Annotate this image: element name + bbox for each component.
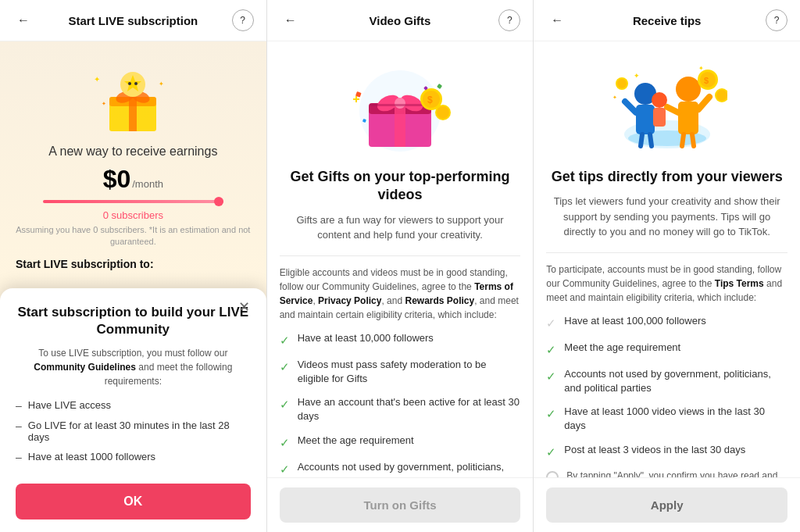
req-item-3: – Have at least 1000 followers: [16, 451, 251, 463]
svg-point-50: [716, 90, 727, 101]
svg-rect-45: [653, 108, 666, 127]
svg-rect-2: [129, 97, 137, 131]
turn-on-gifts-button[interactable]: Turn on Gifts: [280, 487, 521, 523]
check-text-p3-4: Have at least 1000 video views in the la…: [564, 405, 788, 433]
check-item-p3-circle[interactable]: By tapping "Apply", you confirm you have…: [546, 470, 788, 477]
tips-terms-link[interactable]: Tips Terms: [715, 278, 764, 289]
panel3-content: $ ✦ ✦ ✦ Get tips directly from your view…: [534, 41, 800, 532]
req-item-2: – Go LIVE for at least 30 minutes in the…: [16, 420, 251, 443]
svg-text:✦: ✦: [102, 101, 106, 106]
check-item-p3-5: ✓ Post at least 3 videos in the last 30 …: [546, 443, 788, 460]
panel2-content: $ Get Gifts on your top-performing video…: [267, 41, 534, 532]
check-icon-5: ✓: [280, 461, 290, 477]
check-item-p2-5: ✓ Accounts not used by government, polit…: [280, 460, 521, 477]
svg-line-37: [650, 134, 652, 146]
p2-divider: [280, 255, 521, 256]
p2-section-desc: Gifts are a fun way for viewers to suppo…: [280, 212, 521, 243]
back-button-p3[interactable]: ←: [546, 9, 568, 31]
svg-text:✦: ✦: [94, 75, 100, 84]
p2-criteria-intro: Eligible accounts and videos must be in …: [280, 266, 521, 322]
modal-close-button[interactable]: ✕: [235, 298, 254, 316]
p3-divider: [546, 252, 788, 253]
svg-point-18: [395, 98, 405, 109]
ok-button[interactable]: OK: [16, 484, 251, 520]
check-text-p3-2: Meet the age requirement: [564, 341, 680, 355]
price-unit: /month: [132, 178, 163, 190]
apply-button[interactable]: Apply: [546, 487, 788, 523]
check-icon-4: ✓: [280, 434, 290, 451]
panel3-header: ← Receive tips ?: [534, 0, 800, 41]
circle-text: By tapping "Apply", you confirm you have…: [566, 470, 788, 477]
svg-point-24: [437, 106, 449, 119]
svg-line-41: [667, 107, 678, 112]
panel1-header: ← Start LIVE subscription ?: [0, 0, 266, 41]
check-icon-p3-5: ✓: [546, 444, 556, 460]
svg-text:✦: ✦: [612, 95, 617, 100]
panel-receive-tips: ← Receive tips ?: [534, 0, 800, 532]
subscribers-count: 0 subscribers: [103, 209, 163, 221]
check-icon-p3-2: ✓: [546, 341, 556, 358]
p2-section-title: Get Gifts on your top-performing videos: [280, 168, 521, 205]
panel-video-gifts: ← Video Gifts ?: [267, 0, 534, 532]
check-text-p2-2: Videos must pass safety moderation to be…: [298, 358, 521, 386]
modal-title: Start subscription to build your LIVE Co…: [16, 304, 251, 338]
panel-live-subscription: ← Start LIVE subscription ? ✦: [0, 0, 267, 532]
gift-illustration: $: [338, 54, 462, 155]
req-text-2: Go LIVE for at least 30 minutes in the l…: [28, 420, 251, 443]
req-dash-2: –: [16, 420, 22, 432]
check-text-p2-1: Have at least 10,000 followers: [298, 331, 434, 345]
svg-text:✦: ✦: [698, 65, 704, 72]
community-guidelines-link[interactable]: Community Guidelines: [34, 362, 136, 373]
panel3-footer: Apply: [534, 477, 800, 532]
panel2-body: $ Get Gifts on your top-performing video…: [267, 41, 534, 477]
back-button-p2[interactable]: ←: [280, 9, 302, 31]
svg-point-52: [617, 79, 627, 88]
check-icon-3: ✓: [280, 396, 290, 412]
svg-line-43: [692, 134, 694, 146]
svg-rect-26: [437, 84, 442, 89]
svg-point-44: [652, 92, 667, 108]
start-subscription-label: Start LIVE subscription to:: [12, 258, 254, 270]
svg-text:$: $: [704, 76, 709, 85]
req-item-1: – Have LIVE access: [16, 399, 251, 412]
help-button-p2[interactable]: ?: [498, 9, 520, 31]
tips-illustration: $ ✦ ✦ ✦: [605, 54, 730, 155]
check-item-p2-3: ✓ Have an account that's been active for…: [280, 395, 521, 423]
check-text-p2-3: Have an account that's been active for a…: [298, 395, 521, 423]
rewards-policy-link[interactable]: Rewards Policy: [405, 295, 474, 306]
p3-section-desc: Tips let viewers fund your creativity an…: [546, 194, 788, 240]
price-display: $0: [103, 165, 131, 194]
earnings-title: A new way to receive earnings: [48, 145, 217, 159]
modal-description: To use LIVE subscription, you must follo…: [16, 346, 251, 388]
help-button-p3[interactable]: ?: [766, 9, 788, 31]
check-icon-2: ✓: [280, 359, 290, 375]
check-item-p2-4: ✓ Meet the age requirement: [280, 434, 521, 451]
req-text-1: Have LIVE access: [28, 399, 111, 411]
panel3-body: $ ✦ ✦ ✦ Get tips directly from your view…: [534, 41, 800, 477]
panel2-title: Video Gifts: [370, 14, 431, 27]
svg-point-7: [128, 82, 131, 85]
svg-point-38: [676, 77, 701, 102]
check-item-p2-2: ✓ Videos must pass safety moderation to …: [280, 358, 521, 386]
svg-rect-39: [678, 102, 698, 134]
panel3-title: Receive tips: [633, 14, 702, 27]
req-dash-1: –: [16, 399, 22, 412]
svg-line-40: [698, 97, 709, 109]
privacy-policy-link[interactable]: Privacy Policy: [318, 295, 381, 306]
subscription-modal: ✕ Start subscription to build your LIVE …: [0, 288, 266, 532]
check-item-p3-3: ✓ Accounts not used by government, polit…: [546, 367, 788, 395]
help-button-p1[interactable]: ?: [232, 9, 254, 31]
checkbox-circle[interactable]: [546, 471, 559, 477]
hero-image-p1: ✦ ✦ ✦: [86, 60, 180, 138]
check-text-p2-5: Accounts not used by government, politic…: [298, 460, 521, 477]
check-icon-p3-3: ✓: [546, 368, 556, 384]
p3-criteria-intro: To participate, accounts must be in good…: [546, 262, 788, 305]
back-button-p1[interactable]: ←: [12, 9, 34, 31]
earnings-slider[interactable]: [43, 200, 224, 203]
check-text-p2-4: Meet the age requirement: [298, 434, 414, 448]
svg-rect-34: [636, 105, 655, 134]
p3-section-title: Get tips directly from your viewers: [546, 168, 788, 186]
check-item-p3-2: ✓ Meet the age requirement: [546, 341, 788, 358]
check-text-p3-1: Have at least 100,000 followers: [564, 314, 705, 328]
svg-line-36: [641, 134, 642, 146]
